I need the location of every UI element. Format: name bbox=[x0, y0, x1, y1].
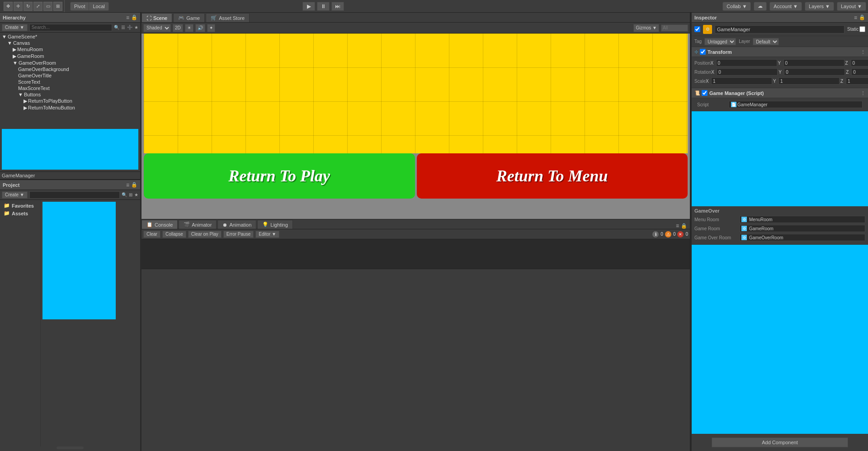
transform-component-name: Transform bbox=[708, 49, 732, 55]
object-active-checkbox[interactable] bbox=[694, 26, 700, 32]
collab-button[interactable]: Collab ▼ bbox=[722, 2, 751, 11]
hierarchy-item-gameoverroom[interactable]: ▼GameOverRoom bbox=[0, 60, 140, 66]
game-tab[interactable]: 🎮 Game bbox=[173, 13, 205, 22]
static-checkbox[interactable] bbox=[859, 26, 865, 32]
return-to-menu-button[interactable]: Return To Menu bbox=[417, 153, 688, 199]
script-active-checkbox[interactable] bbox=[702, 90, 708, 96]
clear-button[interactable]: Clear bbox=[143, 231, 160, 238]
animation-tab-label: Animation bbox=[229, 222, 251, 228]
project-search-icon[interactable]: 🔍 bbox=[122, 192, 127, 197]
pivot-button[interactable]: Pivot bbox=[70, 2, 89, 11]
hierarchy-item-scoretext[interactable]: ScoreText bbox=[0, 79, 140, 85]
top-toolbar: ✥ ✛ ↻ ⤢ ▭ ⊞ Pivot Local ▶ ⏸ ⏭ Collab ▼ ☁… bbox=[0, 0, 868, 13]
move-tool-icon[interactable]: ✛ bbox=[14, 2, 23, 11]
transform-component-header[interactable]: ⊹ Transform ⋮ bbox=[692, 47, 868, 57]
rect-tool-icon[interactable]: ▭ bbox=[43, 2, 52, 11]
shading-dropdown[interactable]: Shaded bbox=[143, 24, 171, 32]
assets-folder[interactable]: 📁 Assets bbox=[2, 209, 38, 217]
inspector-menu-icon[interactable]: ≡ bbox=[854, 14, 857, 21]
return-to-play-button[interactable]: Return To Play bbox=[144, 153, 415, 199]
hierarchy-search-input[interactable] bbox=[29, 24, 112, 31]
hierarchy-item-gameoverbackground[interactable]: GameOverBackground bbox=[0, 66, 140, 72]
game-over-room-text: GameOverRoom bbox=[749, 235, 783, 240]
rotation-y-input[interactable] bbox=[784, 68, 845, 76]
inspector-lock-icon[interactable]: 🔒 bbox=[859, 14, 865, 20]
project-menu-icon[interactable]: ≡ bbox=[126, 182, 129, 188]
hierarchy-item-gamescene[interactable]: ▼GameScene* bbox=[0, 33, 140, 40]
gizmos-button[interactable]: Gizmos ▼ bbox=[633, 24, 659, 32]
layout-button[interactable]: Layout ▼ bbox=[837, 2, 866, 11]
position-x-input[interactable] bbox=[716, 59, 777, 66]
rotation-z-input[interactable] bbox=[851, 68, 868, 76]
hierarchy-lock-icon[interactable]: 🔒 bbox=[131, 14, 137, 20]
favorites-folder[interactable]: 📁 Favorites bbox=[2, 202, 38, 209]
local-button[interactable]: Local bbox=[89, 2, 108, 11]
transform-all-tool-icon[interactable]: ⊞ bbox=[53, 2, 62, 11]
editor-dropdown-button[interactable]: Editor ▼ bbox=[255, 231, 279, 238]
scene-search-input[interactable] bbox=[661, 24, 688, 32]
script-component-name: Game Manager (Script) bbox=[709, 90, 764, 96]
cloud-button[interactable]: ☁ bbox=[754, 2, 767, 11]
collapse-button[interactable]: Collapse bbox=[162, 231, 186, 238]
project-view-icon[interactable]: ⊞ bbox=[129, 192, 132, 197]
console-lock-icon[interactable]: 🔒 bbox=[681, 223, 687, 229]
scale-z-input[interactable] bbox=[846, 77, 868, 85]
animator-tab[interactable]: 🎬 Animator bbox=[179, 220, 217, 229]
hierarchy-search-icon[interactable]: 🔍 bbox=[114, 25, 119, 30]
gameover-title: GameOver bbox=[694, 208, 865, 214]
add-component-area: Add Component bbox=[692, 434, 868, 451]
hierarchy-item-buttons[interactable]: ▼Buttons bbox=[0, 91, 140, 98]
hierarchy-add-icon[interactable]: ➕ bbox=[127, 25, 132, 30]
fx-button[interactable]: ✦ bbox=[207, 24, 215, 32]
project-scroll-slider[interactable] bbox=[57, 446, 84, 449]
rotation-x-input[interactable] bbox=[717, 68, 778, 76]
asset-store-tab[interactable]: 🛒 Asset Store bbox=[206, 13, 250, 22]
layer-select[interactable]: Default bbox=[753, 38, 779, 45]
project-search-input[interactable] bbox=[29, 191, 120, 199]
audio-button[interactable]: 🔊 bbox=[195, 24, 205, 32]
2d-button[interactable]: 2D bbox=[173, 24, 183, 32]
hierarchy-item-gameroom[interactable]: ▶GameRoom bbox=[0, 53, 140, 60]
project-star-icon[interactable]: ★ bbox=[134, 192, 138, 197]
hierarchy-item-returntoplaybutton[interactable]: ▶ReturnToPlayButton bbox=[0, 98, 140, 104]
transform-active-checkbox[interactable] bbox=[700, 49, 706, 55]
lighting-tab[interactable]: 💡 Lighting bbox=[257, 220, 293, 229]
layers-button[interactable]: Layers ▼ bbox=[805, 2, 834, 11]
hierarchy-filter-icon[interactable]: ☰ bbox=[121, 25, 125, 30]
script-component-header[interactable]: 📜 Game Manager (Script) ⋮ bbox=[692, 88, 868, 98]
pause-button[interactable]: ⏸ bbox=[317, 2, 330, 11]
step-button[interactable]: ⏭ bbox=[331, 2, 344, 11]
scale-y-input[interactable] bbox=[778, 77, 840, 85]
play-button[interactable]: ▶ bbox=[302, 2, 315, 11]
scene-tab[interactable]: ⛶ Scene bbox=[142, 13, 172, 22]
position-z-input[interactable] bbox=[851, 59, 868, 66]
error-pause-button[interactable]: Error Pause bbox=[223, 231, 254, 238]
scale-tool-icon[interactable]: ⤢ bbox=[33, 2, 42, 11]
console-tab[interactable]: 📋 Console bbox=[142, 220, 178, 229]
animation-tab[interactable]: ⏺ Animation bbox=[217, 220, 256, 229]
hierarchy-create-button[interactable]: Create ▼ bbox=[2, 24, 28, 31]
script-options-icon[interactable]: ⋮ bbox=[861, 90, 865, 95]
hierarchy-item-maxscoretext[interactable]: MaxScoreText bbox=[0, 85, 140, 91]
tag-select[interactable]: Untagged bbox=[704, 38, 736, 45]
hierarchy-menu-icon[interactable]: ≡ bbox=[126, 14, 129, 21]
hierarchy-item-canvas[interactable]: ▼Canvas bbox=[0, 40, 140, 46]
hierarchy-star-icon[interactable]: ★ bbox=[134, 25, 138, 30]
project-lock-icon[interactable]: 🔒 bbox=[131, 182, 137, 188]
rotate-tool-icon[interactable]: ↻ bbox=[24, 2, 33, 11]
object-name-input[interactable] bbox=[715, 25, 844, 33]
account-button[interactable]: Account ▼ bbox=[769, 2, 802, 11]
position-y-input[interactable] bbox=[783, 59, 844, 66]
lighting-tab-icon: 💡 bbox=[262, 222, 269, 228]
hierarchy-item-returntomenubutton[interactable]: ▶ReturnToMenuButton bbox=[0, 104, 140, 111]
hierarchy-item-menuroom[interactable]: ▶MenuRoom bbox=[0, 46, 140, 53]
hierarchy-item-gameovertitle[interactable]: GameOverTitle bbox=[0, 72, 140, 79]
project-create-button[interactable]: Create ▼ bbox=[2, 191, 28, 199]
add-component-button[interactable]: Add Component bbox=[712, 437, 848, 447]
clear-on-play-button[interactable]: Clear on Play bbox=[188, 231, 222, 238]
scale-x-input[interactable] bbox=[711, 77, 772, 85]
transform-options-icon[interactable]: ⋮ bbox=[861, 49, 865, 54]
lighting-button[interactable]: ☀ bbox=[185, 24, 193, 32]
console-menu-icon[interactable]: ≡ bbox=[676, 223, 679, 229]
hand-tool-icon[interactable]: ✥ bbox=[4, 2, 13, 11]
